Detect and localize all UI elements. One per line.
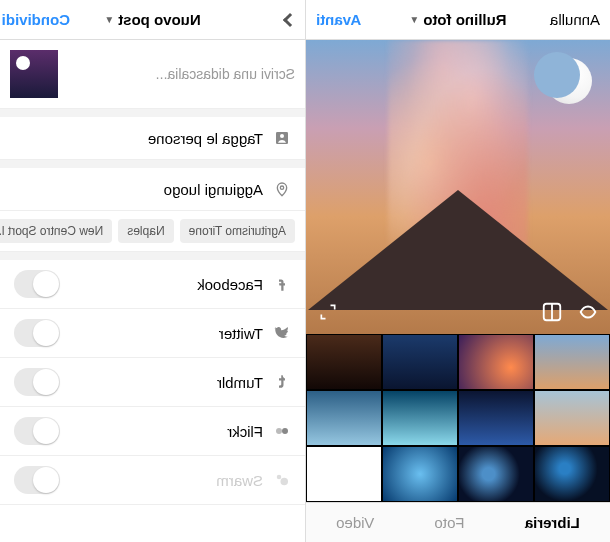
flickr-icon [273,422,291,440]
svg-point-6 [276,428,282,434]
thumbnail[interactable] [306,446,382,502]
chevron-down-icon: ▼ [409,14,419,25]
swarm-label: Swarm [216,472,263,489]
svg-point-7 [281,478,289,486]
thumbnail[interactable] [382,446,458,502]
tumblr-label: Tumblr [217,374,263,391]
divider [0,252,305,260]
thumbnail[interactable] [534,390,610,446]
tumblr-toggle[interactable] [14,368,60,396]
location-chip[interactable]: Naples [118,219,173,243]
caption-row: Scrivi una didascalia... [0,40,305,109]
share-twitter-row: Twitter [0,309,305,358]
album-selector[interactable]: Rullino foto ▼ [409,11,506,28]
thumbnail[interactable] [534,446,610,502]
caption-thumbnail[interactable] [10,50,58,98]
tab-video[interactable]: Video [336,514,374,531]
thumbnail[interactable] [534,334,610,390]
new-post-screen: Nuovo post ▼ Condividi Scrivi una didasc… [0,0,305,542]
tab-library[interactable]: Libreria [525,514,580,531]
add-location-row[interactable]: Aggiungi luogo [0,168,305,211]
facebook-label: Facebook [197,276,263,293]
preview-controls-right [314,298,342,326]
flickr-toggle[interactable] [14,417,60,445]
preview-controls-left [538,298,602,326]
flickr-label: Flickr [227,423,263,440]
divider [0,109,305,117]
svg-point-8 [277,475,282,480]
twitter-toggle[interactable] [14,319,60,347]
layout-icon[interactable] [538,298,566,326]
twitter-icon [273,324,291,342]
thumbnail[interactable] [382,390,458,446]
share-facebook-row: Facebook [0,260,305,309]
cancel-button[interactable]: Annulla [540,11,600,28]
caption-input[interactable]: Scrivi una didascalia... [68,66,295,82]
photo-picker-screen: Annulla Rullino foto ▼ Avanti [305,0,610,542]
tag-people-label: Tagga le persone [148,130,263,147]
volcano-graphic [308,190,608,310]
svg-point-5 [282,428,288,434]
thumbnail[interactable] [382,334,458,390]
add-location-label: Aggiungi luogo [164,181,263,198]
share-flickr-row: Flickr [0,407,305,456]
moon-graphic [546,58,592,104]
person-icon [273,129,291,147]
thumbnail[interactable] [306,334,382,390]
back-button[interactable] [235,15,295,25]
swarm-toggle[interactable] [14,466,60,494]
chevron-down-icon: ▼ [104,14,114,25]
location-chip[interactable]: Agriturismo Tirone [180,219,295,243]
thumbnail[interactable] [458,334,534,390]
thumbnail[interactable] [458,446,534,502]
facebook-icon [273,275,291,293]
album-title: Rullino foto [423,11,506,28]
tab-photo[interactable]: Foto [435,514,465,531]
svg-point-3 [280,134,284,138]
location-chip[interactable]: New Centro Sport l... [0,219,112,243]
expand-icon[interactable] [314,298,342,326]
share-swarm-row: Swarm [0,456,305,505]
location-pin-icon [273,180,291,198]
thumbnail[interactable] [458,390,534,446]
post-title: Nuovo post ▼ [104,11,200,28]
picker-header: Annulla Rullino foto ▼ Avanti [306,0,610,40]
post-header: Nuovo post ▼ Condividi [0,0,305,40]
next-button[interactable]: Avanti [316,11,376,28]
share-button[interactable]: Condividi [10,11,70,28]
thumbnail-grid [306,334,610,502]
swarm-icon [273,471,291,489]
chevron-left-icon [283,12,297,26]
share-tumblr-row: Tumblr [0,358,305,407]
bottom-tabs: Libreria Foto Video [306,502,610,542]
tumblr-icon [273,373,291,391]
divider [0,160,305,168]
boomerang-icon[interactable] [574,298,602,326]
location-suggestions: Agriturismo Tirone Naples New Centro Spo… [0,211,305,252]
svg-point-4 [280,186,283,189]
thumbnail[interactable] [306,390,382,446]
photo-preview[interactable] [306,40,610,334]
facebook-toggle[interactable] [14,270,60,298]
tag-people-row[interactable]: Tagga le persone [0,117,305,160]
twitter-label: Twitter [219,325,263,342]
